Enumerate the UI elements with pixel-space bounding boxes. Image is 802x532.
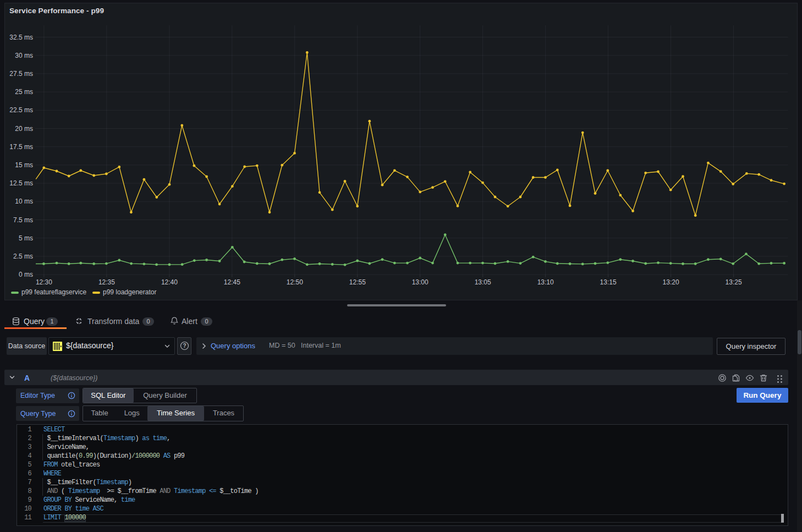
svg-text:2.5 ms: 2.5 ms	[13, 253, 33, 260]
svg-text:27.5 ms: 27.5 ms	[9, 70, 33, 78]
svg-text:10 ms: 10 ms	[15, 198, 33, 205]
svg-text:22.5 ms: 22.5 ms	[9, 106, 33, 114]
svg-text:12.5 ms: 12.5 ms	[9, 179, 33, 187]
svg-text:13:25: 13:25	[726, 278, 742, 286]
svg-text:?: ?	[183, 343, 186, 349]
svg-text:13:00: 13:00	[412, 278, 429, 286]
svg-text:12:45: 12:45	[224, 278, 240, 286]
svg-text:13:20: 13:20	[663, 278, 679, 286]
svg-text:12:40: 12:40	[161, 278, 178, 286]
svg-text:13:10: 13:10	[537, 278, 554, 286]
svg-text:17.5 ms: 17.5 ms	[9, 143, 33, 151]
svg-text:12:55: 12:55	[349, 278, 366, 286]
svg-text:32.5 ms: 32.5 ms	[9, 34, 33, 41]
svg-text:20 ms: 20 ms	[15, 125, 33, 133]
svg-text:13:05: 13:05	[475, 278, 491, 286]
svg-text:12:50: 12:50	[287, 278, 303, 286]
svg-text:12:30: 12:30	[36, 278, 52, 286]
svg-text:25 ms: 25 ms	[15, 88, 33, 96]
svg-text:5 ms: 5 ms	[19, 234, 33, 242]
svg-text:13:15: 13:15	[600, 278, 617, 286]
svg-text:15 ms: 15 ms	[15, 161, 33, 169]
svg-text:30 ms: 30 ms	[15, 52, 33, 59]
svg-text:12:35: 12:35	[98, 278, 115, 286]
svg-text:7.5 ms: 7.5 ms	[13, 216, 33, 224]
svg-text:0 ms: 0 ms	[19, 271, 33, 278]
